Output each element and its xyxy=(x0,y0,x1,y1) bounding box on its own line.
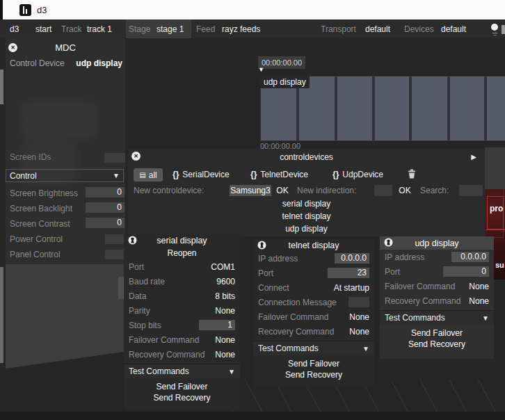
notification-icon[interactable] xyxy=(491,24,498,31)
timeline-timecode-top[interactable]: 00:00:00.00 xyxy=(258,56,305,69)
new-indirection-input[interactable] xyxy=(374,185,392,196)
chevron-right-icon[interactable]: ▶ xyxy=(471,153,476,161)
port-value[interactable]: COM1 xyxy=(211,262,235,272)
controldevices-title[interactable]: controldevices xyxy=(128,152,485,162)
recovery-command-value[interactable]: None xyxy=(215,350,235,360)
recovery-command-label: Recovery Command xyxy=(129,350,205,360)
serial-panel-titlebar[interactable]: serial display xyxy=(124,234,240,246)
test-commands-title: Test Commands xyxy=(129,366,189,376)
list-item-udp-display[interactable]: udp display xyxy=(128,224,485,234)
connect-row[interactable]: Connect At startup xyxy=(253,280,374,295)
connect-value[interactable]: At startup xyxy=(334,283,369,293)
screen-ids-input[interactable] xyxy=(104,153,125,163)
failover-command-row[interactable]: Failover Command None xyxy=(253,309,374,324)
menu-stage-label: Stage xyxy=(129,24,150,34)
device-icon[interactable] xyxy=(384,238,393,247)
baud-rate-value[interactable]: 9600 xyxy=(216,277,235,286)
playhead-icon[interactable]: ▼ xyxy=(258,67,264,73)
menu-stage-value[interactable]: stage 1 xyxy=(157,24,184,34)
reopen-button[interactable]: Reopen xyxy=(124,246,240,259)
recovery-command-row[interactable]: Recovery Command None xyxy=(253,324,374,339)
chevron-down-icon: ▼ xyxy=(482,314,489,322)
failover-command-value[interactable]: None xyxy=(469,282,489,291)
udp-panel-titlebar[interactable]: udp display xyxy=(380,236,494,250)
timeline-track-label[interactable]: udp display xyxy=(260,75,310,88)
failover-command-row[interactable]: Failover Command None xyxy=(380,279,494,293)
menu-start[interactable]: start xyxy=(35,24,51,34)
data-bits-value[interactable]: 8 bits xyxy=(215,291,235,301)
window-titlebar: d3 xyxy=(0,0,505,19)
recovery-command-value[interactable]: None xyxy=(349,327,369,337)
new-controldevice-input[interactable]: Samsung3 xyxy=(230,185,271,196)
screen-contrast-input[interactable]: 0 xyxy=(86,218,125,228)
panel-control-input[interactable] xyxy=(105,250,125,259)
menu-feed-value[interactable]: rayz feeds xyxy=(222,24,260,34)
send-failover-button[interactable]: Send Failover xyxy=(253,358,374,369)
menu-transport-value[interactable]: default xyxy=(365,24,390,34)
test-commands-header[interactable]: Test Commands ▼ xyxy=(253,341,374,355)
device-icon[interactable] xyxy=(128,236,137,245)
failover-command-value[interactable]: None xyxy=(349,312,369,322)
recovery-command-row[interactable]: Recovery Command None xyxy=(124,347,240,362)
parity-label: Parity xyxy=(129,306,150,316)
tab-udpdevice[interactable]: {} UdpDevice xyxy=(332,170,383,179)
send-failover-button[interactable]: Send Failover xyxy=(124,381,240,392)
recovery-command-value[interactable]: None xyxy=(469,296,489,306)
port-row[interactable]: Port 0 xyxy=(380,264,494,279)
send-recovery-button[interactable]: Send Recovery xyxy=(253,369,374,380)
left-scrollbar-segment[interactable] xyxy=(0,267,3,363)
timeline-segment[interactable] xyxy=(375,76,409,140)
failover-command-value[interactable]: None xyxy=(215,335,235,345)
test-commands-header[interactable]: Test Commands ▼ xyxy=(380,310,494,325)
ip-address-input[interactable]: 0.0.0.0 xyxy=(451,252,489,262)
failover-command-row[interactable]: Failover Command None xyxy=(124,332,240,347)
port-input[interactable]: 23 xyxy=(328,268,369,278)
tab-telnetdevice[interactable]: {} TelnetDevice xyxy=(250,170,308,179)
stop-bits-input[interactable]: 1 xyxy=(199,320,235,330)
ip-address-row[interactable]: IP address 0.0.0.0 xyxy=(253,251,374,266)
timeline-segment[interactable] xyxy=(337,76,372,140)
clipped-toolbar-icon xyxy=(502,25,505,34)
screen-brightness-input[interactable]: 0 xyxy=(86,187,125,197)
power-control-input[interactable] xyxy=(105,234,125,244)
device-icon[interactable] xyxy=(257,241,266,250)
list-item-serial-display[interactable]: serial display xyxy=(128,199,485,209)
timeline-segment[interactable] xyxy=(487,76,505,140)
screen-backlight-input[interactable]: 0 xyxy=(86,202,125,213)
send-failover-button[interactable]: Send Failover xyxy=(380,328,494,339)
tab-all[interactable]: ▤ all xyxy=(134,168,163,181)
baud-rate-row[interactable]: Baud rate 9600 xyxy=(124,274,240,289)
left-scrollbar-segment[interactable] xyxy=(0,70,3,104)
timeline-segment[interactable] xyxy=(412,76,447,140)
mdc-panel-title[interactable]: MDC xyxy=(6,42,125,53)
tab-serialdevice[interactable]: {} SerialDevice xyxy=(173,170,230,179)
telnet-display-panel: telnet display IP address 0.0.0.0 Port 2… xyxy=(253,239,374,387)
ip-address-row[interactable]: IP address 0.0.0.0 xyxy=(380,250,494,264)
new-indirection-ok-button[interactable]: OK xyxy=(397,185,412,196)
telnet-panel-titlebar[interactable]: telnet display xyxy=(253,239,374,251)
search-input[interactable] xyxy=(459,185,483,196)
list-item-telnet-display[interactable]: telnet display xyxy=(128,211,485,221)
connection-message-row[interactable]: Connection Message xyxy=(253,295,374,309)
ip-address-input[interactable]: 0.0.0.0 xyxy=(335,253,369,264)
menu-d3[interactable]: d3 xyxy=(10,24,19,34)
control-device-value[interactable]: udp display xyxy=(76,58,122,68)
control-section-header[interactable]: Control ▼ xyxy=(6,169,124,182)
parity-value[interactable]: None xyxy=(215,306,235,316)
data-bits-row[interactable]: Data 8 bits xyxy=(124,289,240,303)
send-recovery-button[interactable]: Send Recovery xyxy=(380,339,494,350)
parity-row[interactable]: Parity None xyxy=(124,303,240,318)
test-commands-header[interactable]: Test Commands ▼ xyxy=(124,364,240,378)
port-row[interactable]: Port COM1 xyxy=(124,259,240,274)
port-row[interactable]: Port 23 xyxy=(253,266,374,280)
menu-track-value[interactable]: track 1 xyxy=(87,24,112,34)
trash-icon[interactable] xyxy=(408,169,416,179)
send-recovery-button[interactable]: Send Recovery xyxy=(124,392,240,403)
timeline-segment[interactable] xyxy=(450,76,484,140)
port-input[interactable]: 0 xyxy=(443,266,489,277)
new-controldevice-ok-button[interactable]: OK xyxy=(275,185,290,196)
menu-devices-value[interactable]: default xyxy=(441,24,466,34)
stop-bits-row[interactable]: Stop bits 1 xyxy=(124,318,240,332)
connection-message-input[interactable] xyxy=(348,297,369,307)
recovery-command-row[interactable]: Recovery Command None xyxy=(380,293,494,308)
